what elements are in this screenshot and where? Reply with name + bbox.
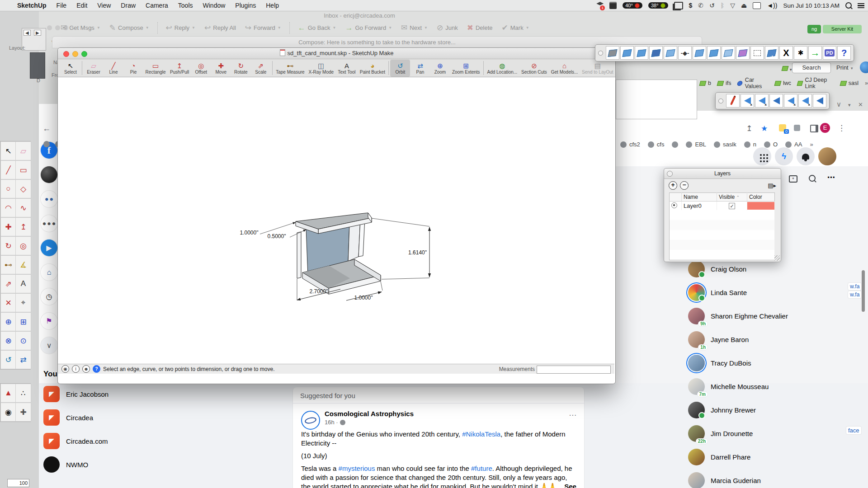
tool-orbit-button[interactable]: ↺Orbit <box>390 60 410 77</box>
tool-scale-button[interactable]: ⇗Scale <box>251 60 271 77</box>
palette-tool-circle-icon[interactable]: ○ <box>0 179 16 198</box>
layer-color-swatch[interactable] <box>747 202 774 210</box>
menu-camera[interactable]: Camera <box>146 2 168 9</box>
tool-tape-measure-button[interactable]: ⊷Tape Measure <box>274 60 307 77</box>
dropbox-icon[interactable]: 1 <box>596 2 604 9</box>
palette-tool-orbit-icon[interactable]: ↺ <box>0 350 16 369</box>
palette-tool-freehand-icon[interactable]: ∿ <box>15 198 31 217</box>
layer-detail-button[interactable]: ▤▸ <box>768 182 776 189</box>
clock-icon[interactable]: ◷ <box>41 288 57 305</box>
palette-tool-move-icon[interactable]: ✚ <box>0 217 16 236</box>
tool-rotate-button[interactable]: ↻Rotate <box>231 60 251 77</box>
contact-row[interactable]: 9hSharon Eighme Chevalier <box>688 304 864 328</box>
script-icon[interactable]: $ <box>689 2 693 9</box>
mail-toolbar-forward-button[interactable]: ↪Forward▼ <box>242 22 284 34</box>
windows-icon[interactable] <box>674 2 683 9</box>
video-app-icon[interactable]: ▶ <box>41 239 57 256</box>
dropdown-caret-icon[interactable]: ▾ <box>848 102 851 108</box>
palette-tool-move-camera-icon[interactable]: ✚ <box>15 403 31 422</box>
contact-row[interactable]: Marcia Guderian <box>688 469 864 488</box>
contact-row[interactable]: Linda Sante <box>688 281 864 304</box>
temp-menu-item-1[interactable]: 40° <box>623 2 642 9</box>
next-page-button[interactable]: ▶ <box>34 30 41 36</box>
back-icon[interactable]: ← <box>42 124 51 133</box>
tool-move-button[interactable]: ✚Move <box>211 60 231 77</box>
remove-layer-button[interactable]: − <box>680 181 689 190</box>
reading-list-icon[interactable] <box>810 125 818 132</box>
mail-bookmark-ifs[interactable]: ifs <box>717 80 731 86</box>
mail-toolbar-delete-button[interactable]: ✖Delete <box>464 22 495 34</box>
hashtag-link[interactable]: #future <box>471 465 492 472</box>
mail-toolbar-go-back-button[interactable]: ←Go Back▼ <box>295 22 339 34</box>
panel-close-icon[interactable] <box>667 171 673 177</box>
palette-tool-pan-icon[interactable]: ⇄ <box>15 350 31 369</box>
palette-tool-zoom-window-icon[interactable]: ⊞ <box>15 312 31 331</box>
apps-grid-icon[interactable] <box>753 147 771 165</box>
attachments-pane[interactable] <box>616 80 697 119</box>
solid-tool-icon[interactable] <box>635 46 648 60</box>
palette-tool-walk-icon[interactable]: ∴ <box>15 384 31 403</box>
geolocation-icon[interactable]: ◉ <box>61 365 69 373</box>
layers-col-visible[interactable]: Visible ⌃ <box>717 193 747 202</box>
add-layer-button[interactable]: + <box>669 181 677 190</box>
pd-plugin-icon[interactable]: PD <box>823 46 836 60</box>
close-window-button[interactable] <box>63 51 69 57</box>
palette-tool-position-camera-icon[interactable]: ▲ <box>0 384 16 403</box>
solid-tool-icon[interactable] <box>722 46 735 60</box>
printer-icon[interactable] <box>609 2 617 9</box>
palette-tool-rectangle-icon[interactable]: ▭ <box>15 160 31 179</box>
shortcut-circadea[interactable]: ◤Circadea <box>43 409 161 426</box>
bluetooth-icon[interactable]: ᛒ <box>721 2 724 9</box>
tag-filter-icon[interactable]: ▼ <box>782 65 793 73</box>
bookmark-chip-AA[interactable]: AA <box>785 141 802 148</box>
arrow-tool-icon[interactable]: x <box>741 94 754 108</box>
panel-resize-grip[interactable] <box>774 255 780 261</box>
mail-toolbar-mark-button[interactable]: ✔Mark▼ <box>499 22 532 34</box>
layer-visible-checkbox[interactable]: ✓ <box>729 203 735 209</box>
mail-toolbar-compose-button[interactable]: ✎Compose▼ <box>107 22 152 34</box>
minimize-window-button[interactable] <box>72 51 78 57</box>
tool-pan-button[interactable]: ⇄Pan <box>410 60 430 77</box>
chips-overflow-button[interactable]: » <box>810 141 813 148</box>
palette-tool-eraser-icon[interactable]: ▱ <box>15 141 31 160</box>
palette-tool-zoom-icon[interactable]: ⊕ <box>0 312 16 331</box>
post-author-name[interactable]: Cosmological Astrophysics <box>325 410 414 418</box>
bookmarks-overflow-button[interactable]: » <box>865 80 868 86</box>
tool-text-tool-button[interactable]: AText Tool <box>336 60 358 77</box>
axes-tool-icon[interactable]: -◆- <box>678 46 692 60</box>
layer-row[interactable]: Layer0 ✓ <box>670 202 775 211</box>
solid-tool-icon[interactable] <box>693 46 706 60</box>
mail-toolbar-reply-all-button[interactable]: ↩Reply All <box>202 22 239 34</box>
palette-tool-previous-icon[interactable]: ⊙ <box>15 331 31 350</box>
shortcut-eric-jacobson[interactable]: ◤Eric Jacobson <box>43 386 161 402</box>
tool-section-cuts-button[interactable]: ⊘Section Cuts <box>519 60 549 77</box>
select-region-icon[interactable] <box>750 46 764 60</box>
arrow-tool-icon[interactable]: x <box>798 94 812 108</box>
wifi-icon[interactable]: ▽ <box>730 2 735 9</box>
help-icon[interactable]: ? <box>93 365 100 373</box>
layer-active-radio[interactable] <box>671 202 677 208</box>
tool-push-pull-button[interactable]: ↥Push/Pull <box>168 60 191 77</box>
menu-plugins[interactable]: Plugins <box>235 2 256 9</box>
scrollbar-thumb[interactable] <box>862 270 865 312</box>
palette-tool-push-pull-icon[interactable]: ↥ <box>15 217 31 236</box>
spotlight-icon[interactable] <box>845 2 852 9</box>
volume-icon[interactable]: ◄)) <box>767 2 777 9</box>
converge-arrows-icon[interactable]: ✱ <box>794 46 807 60</box>
palette-tool-tape-measure-icon[interactable]: ⊷ <box>0 255 16 274</box>
mail-bookmark-sasl[interactable]: sasl <box>840 80 859 86</box>
bookmark-chip-O[interactable]: O <box>764 141 778 148</box>
menu-draw[interactable]: Draw <box>121 2 136 9</box>
menu-file[interactable]: File <box>57 2 67 9</box>
extensions-puzzle-icon[interactable] <box>794 125 800 131</box>
messenger-icon[interactable]: ϟ <box>775 147 793 165</box>
tool-x-ray-mode-button[interactable]: ◫X-Ray Mode <box>307 60 336 77</box>
people-icon[interactable]: ☻☻ <box>41 191 57 207</box>
menu-clock[interactable]: Sun Jul 10 10:13 AM <box>783 2 840 9</box>
facebook-profile-avatar[interactable] <box>818 147 836 165</box>
hourglass-icon[interactable]: X <box>779 46 793 60</box>
menu-help[interactable]: Help <box>266 2 279 9</box>
time-machine-icon[interactable]: ↺ <box>709 2 715 9</box>
search-button[interactable]: Search <box>792 62 831 73</box>
tool-pie-button[interactable]: ◔Pie <box>123 60 143 77</box>
